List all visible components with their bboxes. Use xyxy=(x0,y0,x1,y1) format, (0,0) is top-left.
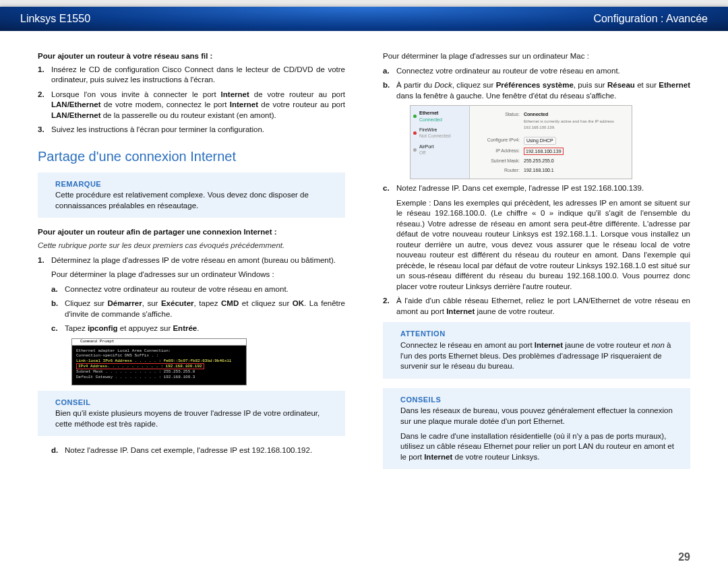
windows-substeps-cont: d.Notez l'adresse IP. Dans cet exemple, … xyxy=(38,445,345,456)
example-paragraph: Exemple : Dans les exemples qui précèden… xyxy=(383,198,690,292)
intro-share-internet-sub: Cette rubrique porte sur les deux premie… xyxy=(38,241,345,251)
mac-substep-a: Connectez votre ordinateur au routeur de… xyxy=(396,66,690,77)
windows-hint: Pour déterminer la plage d'adresses sur … xyxy=(38,270,345,280)
mac-substep-b: À partir du Dock, cliquez sur Préférence… xyxy=(396,80,690,101)
step-3: Suivez les instructions à l'écran pour t… xyxy=(51,125,345,135)
left-column: Pour ajouter un routeur à votre réseau s… xyxy=(38,51,345,478)
conseils-body-1: Dans les réseaux de bureau, vous pouvez … xyxy=(400,406,682,427)
mac-main-panel: Status:ConnectedEthernet is currently ac… xyxy=(470,106,632,179)
windows-substeps: a.Connectez votre ordinateur au routeur … xyxy=(38,284,345,334)
section-heading-share-internet: Partage d'une connexion Internet xyxy=(38,148,345,166)
mac-hint: Pour déterminer la plage d'adresses sur … xyxy=(383,51,690,62)
conseils-title: CONSEILS xyxy=(400,395,682,405)
step-1: Insérez le CD de configuration Cisco Con… xyxy=(51,65,345,86)
mac-substeps-cont: c.Notez l'adresse IP. Dans cet exemple, … xyxy=(383,183,690,194)
substep-b: Cliquez sur Démarrer, sur Exécuter, tape… xyxy=(65,299,345,319)
remark-box: REMARQUE Cette procédure est relativemen… xyxy=(38,173,345,218)
steps-add-router-wifi: 1.Insérez le CD de configuration Cisco C… xyxy=(38,65,345,135)
attention-title: ATTENTION xyxy=(400,329,682,339)
remark-title: REMARQUE xyxy=(55,179,337,189)
header-right: Configuration : Avancée xyxy=(593,13,708,25)
step-connect-cable: À l'aide d'un câble réseau Ethernet, rel… xyxy=(396,296,690,317)
tip-box: CONSEIL Bien qu'il existe plusieurs moye… xyxy=(38,391,345,437)
header-left: Linksys E1550 xyxy=(20,13,90,25)
tip-title: CONSEIL xyxy=(55,398,337,408)
steps-share-internet: 1.Déterminez la plage d'adresses IP de v… xyxy=(38,255,345,266)
conseils-body-2: Dans le cadre d'une installation résiden… xyxy=(400,431,682,463)
status-dot-gray-icon xyxy=(413,148,417,152)
mac-substeps: a.Connectez votre ordinateur au routeur … xyxy=(383,66,690,102)
intro-add-router-wifi: Pour ajouter un routeur à votre réseau s… xyxy=(38,51,345,62)
step-determine-range: Déterminez la plage d'adresses IP de vot… xyxy=(51,255,345,266)
cmd-titlebar: Command Prompt xyxy=(72,339,246,346)
remark-body: Cette procédure est relativement complex… xyxy=(55,190,337,211)
substep-c: Tapez ipconfig et appuyez sur Entrée. xyxy=(65,323,345,334)
two-column-content: Pour ajouter un routeur à votre réseau s… xyxy=(0,31,728,485)
conseils-box: CONSEILS Dans les réseaux de bureau, vou… xyxy=(383,388,690,469)
attention-box: ATTENTION Connectez le réseau en amont a… xyxy=(383,322,690,378)
mac-sidebar: EthernetConnected FireWireNot Connected … xyxy=(411,106,470,179)
substep-a: Connectez votre ordinateur au routeur de… xyxy=(65,284,345,295)
status-dot-green-icon xyxy=(413,115,417,118)
header-bar: Linksys E1550 Configuration : Avancée xyxy=(0,7,728,31)
attention-body: Connectez le réseau en amont au port Int… xyxy=(400,340,682,372)
intro-share-internet: Pour ajouter un routeur afin de partager… xyxy=(38,227,345,238)
right-column: Pour déterminer la plage d'adresses sur … xyxy=(383,51,690,478)
step-2: Lorsque l'on vous invite à connecter le … xyxy=(51,90,345,121)
mac-network-screenshot: EthernetConnected FireWireNot Connected … xyxy=(410,105,632,179)
tip-body: Bien qu'il existe plusieurs moyens de tr… xyxy=(55,408,337,429)
cmd-body: Ethernet adapter Local Area Connection: … xyxy=(72,346,246,383)
mac-substep-c: Notez l'adresse IP. Dans cet exemple, l'… xyxy=(396,183,690,194)
page-number: 29 xyxy=(678,551,690,562)
document-page: Linksys E1550 Configuration : Avancée Po… xyxy=(0,7,728,562)
steps-share-internet-cont: 2.À l'aide d'un câble réseau Ethernet, r… xyxy=(383,296,690,317)
command-prompt-screenshot: Command Prompt Ethernet adapter Local Ar… xyxy=(71,338,247,385)
status-dot-red-icon xyxy=(413,131,417,135)
substep-d: Notez l'adresse IP. Dans cet exemple, l'… xyxy=(65,445,345,456)
